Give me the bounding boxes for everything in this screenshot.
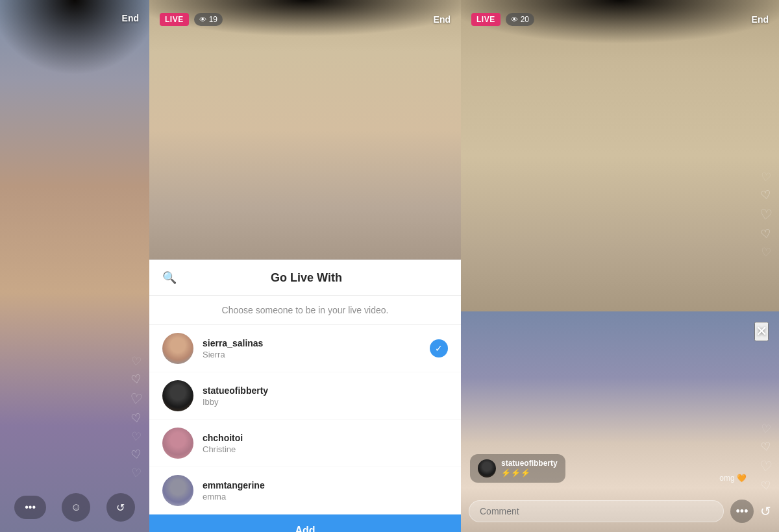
comment-bar: ••• ↺ [469,500,771,523]
user-row[interactable]: emmtangerine emma [149,467,461,514]
avatar-emma [162,475,193,506]
eye-icon-3: 👁 [511,16,518,23]
heart-icon: ♡ [760,169,773,185]
bottom-controls-1: ••• ☺ ↺ [0,483,149,532]
panel-2: LIVE 👁 19 End 🔍 Go Live With Choose some… [149,0,461,532]
sheet-header: 🔍 Go Live With [149,260,461,296]
comment-content: statueofibberty ⚡⚡⚡ [501,458,558,479]
refresh-button-3[interactable]: ↺ [760,503,771,519]
viewer-count-3: 👁 20 [506,13,534,26]
viewer-number-2: 19 [209,15,217,24]
user-row[interactable]: statueofibberty Ibby [149,372,461,420]
selected-check-1: ✓ [430,339,448,357]
commenter-avatar [478,459,496,478]
avatar-ibby [162,380,193,411]
add-button[interactable]: Add [149,514,461,532]
displayname-4: emma [203,492,448,502]
heart-icon: ♡ [130,429,143,444]
comment-overlay: statueofibberty ⚡⚡⚡ [470,454,565,487]
user-info-christine: chchoitoi Christine [203,433,448,454]
end-button-1[interactable]: End [122,13,139,23]
status-indicators-2: LIVE 👁 19 [160,13,223,26]
user-row[interactable]: chchoitoi Christine [149,420,461,467]
username-2: statueofibberty [203,385,448,396]
face-icon: ☺ [71,502,81,513]
video-bg-1 [0,0,149,532]
heart-icon: ♡ [130,411,143,426]
video-bottom-3: ✕ omg 🧡 statueofibberty ⚡⚡⚡ ♡ ♡ ♡ ♡ • [461,311,779,532]
more-options-button[interactable]: ••• [730,500,754,523]
username-1: sierra_salinas [203,338,421,348]
heart-icon: ♡ [130,465,143,481]
user-info-sierra: sierra_salinas Sierra [203,338,421,359]
close-button[interactable]: ✕ [754,322,769,341]
sheet-subtitle: Choose someone to be in your live video. [149,296,461,325]
username-3: chchoitoi [203,433,448,443]
heart-icon: ♡ [130,447,143,463]
video-bg-3-bottom [461,311,779,532]
top-bar-2: LIVE 👁 19 End [149,13,461,26]
panel-3: LIVE 👁 20 End ♡ ♡ ♡ ♡ ♡ ✕ omg 🧡 [461,0,779,532]
hearts-1: ♡ ♡ ♡ ♡ ♡ ♡ ♡ [130,354,143,480]
comment-input[interactable] [469,500,724,522]
heart-icon: ♡ [760,478,773,494]
comment-text: ⚡⚡⚡ [501,468,530,478]
video-bg-3-top [461,0,779,311]
user-list: sierra_salinas Sierra ✓ statueofibberty … [149,325,461,514]
dots-button-1[interactable]: ••• [14,496,46,519]
hearts-3b: ♡ ♡ ♡ ♡ [760,422,773,493]
user-row[interactable]: sierra_salinas Sierra ✓ [149,325,461,372]
live-badge-3: LIVE [471,13,501,26]
user-info-ibby: statueofibberty Ibby [203,385,448,407]
top-bar-1: End [0,13,149,23]
username-4: emmtangerine [203,480,448,490]
emoji-button-1[interactable]: ☺ [62,493,90,522]
viewer-number-3: 20 [521,15,529,24]
panel-1: End ♡ ♡ ♡ ♡ ♡ ♡ ♡ ••• ☺ ↺ [0,0,149,532]
heart-icon: ♡ [760,226,773,242]
comment-bubble: statueofibberty ⚡⚡⚡ [470,454,565,483]
viewer-count-2: 👁 19 [194,13,223,26]
status-indicators-3: LIVE 👁 20 [471,13,534,26]
heart-icon: ♡ [130,372,143,387]
live-badge-2: LIVE [160,13,189,26]
heart-icon: ♡ [758,206,773,224]
heart-icon: ♡ [760,421,773,437]
go-live-sheet: 🔍 Go Live With Choose someone to be in y… [149,260,461,532]
search-icon: 🔍 [162,271,177,285]
hearts-3: ♡ ♡ ♡ ♡ ♡ [760,170,773,260]
heart-icon: ♡ [760,439,773,455]
displayname-3: Christine [203,444,448,454]
displayname-1: Sierra [203,350,421,359]
video-bg-2 [149,0,461,260]
omg-comment: omg 🧡 [719,474,747,483]
end-button-3[interactable]: End [752,14,769,25]
end-button-2[interactable]: End [434,14,451,25]
video-top-3: LIVE 👁 20 End ♡ ♡ ♡ ♡ ♡ [461,0,779,311]
heart-icon: ♡ [760,187,773,203]
top-bar-3: LIVE 👁 20 End [461,13,779,26]
refresh-button-1[interactable]: ↺ [106,493,135,522]
user-info-emma: emmtangerine emma [203,480,448,502]
avatar-sierra [162,333,193,364]
sheet-title: Go Live With [187,271,426,285]
heart-icon: ♡ [129,390,143,409]
eye-icon-2: 👁 [199,16,206,23]
avatar-christine [162,428,193,459]
heart-icon: ♡ [760,245,773,260]
video-section-2: LIVE 👁 19 End [149,0,461,260]
comment-author: statueofibberty [501,459,558,468]
displayname-2: Ibby [203,397,448,407]
refresh-icon: ↺ [116,502,125,514]
heart-icon: ♡ [758,457,773,476]
heart-icon: ♡ [130,354,143,369]
